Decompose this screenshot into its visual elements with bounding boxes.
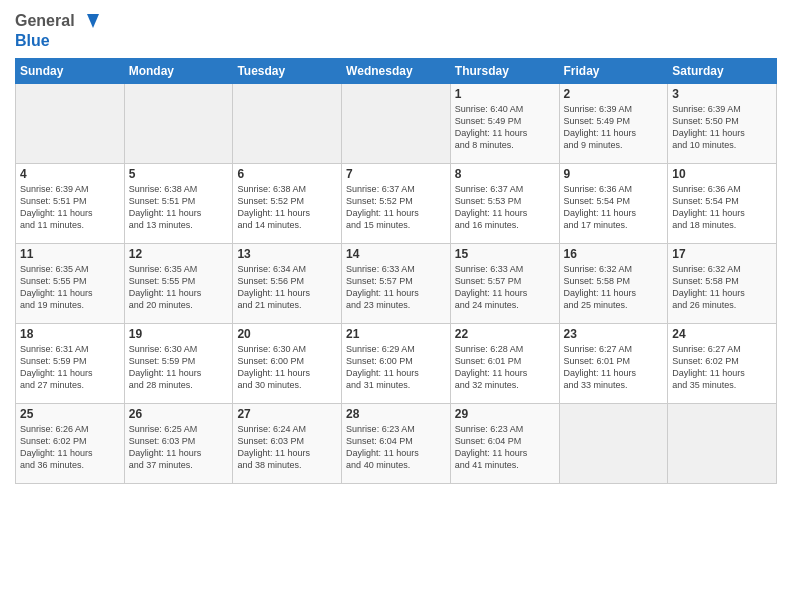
day-number: 3: [672, 87, 772, 101]
day-info: Sunrise: 6:31 AM Sunset: 5:59 PM Dayligh…: [20, 343, 120, 392]
col-header-thursday: Thursday: [450, 58, 559, 83]
day-cell: 10Sunrise: 6:36 AM Sunset: 5:54 PM Dayli…: [668, 163, 777, 243]
logo: General Blue: [15, 10, 99, 50]
header: General Blue: [15, 10, 777, 50]
day-cell: 4Sunrise: 6:39 AM Sunset: 5:51 PM Daylig…: [16, 163, 125, 243]
day-info: Sunrise: 6:27 AM Sunset: 6:01 PM Dayligh…: [564, 343, 664, 392]
day-number: 16: [564, 247, 664, 261]
header-row: SundayMondayTuesdayWednesdayThursdayFrid…: [16, 58, 777, 83]
day-info: Sunrise: 6:39 AM Sunset: 5:51 PM Dayligh…: [20, 183, 120, 232]
day-info: Sunrise: 6:29 AM Sunset: 6:00 PM Dayligh…: [346, 343, 446, 392]
day-info: Sunrise: 6:37 AM Sunset: 5:53 PM Dayligh…: [455, 183, 555, 232]
calendar-table: SundayMondayTuesdayWednesdayThursdayFrid…: [15, 58, 777, 484]
day-info: Sunrise: 6:30 AM Sunset: 5:59 PM Dayligh…: [129, 343, 229, 392]
day-cell: 14Sunrise: 6:33 AM Sunset: 5:57 PM Dayli…: [342, 243, 451, 323]
day-cell: 13Sunrise: 6:34 AM Sunset: 5:56 PM Dayli…: [233, 243, 342, 323]
main-container: General Blue SundayMondayTuesdayWednesda…: [0, 0, 792, 489]
day-number: 17: [672, 247, 772, 261]
day-number: 29: [455, 407, 555, 421]
day-info: Sunrise: 6:34 AM Sunset: 5:56 PM Dayligh…: [237, 263, 337, 312]
day-cell: 20Sunrise: 6:30 AM Sunset: 6:00 PM Dayli…: [233, 323, 342, 403]
day-cell: 9Sunrise: 6:36 AM Sunset: 5:54 PM Daylig…: [559, 163, 668, 243]
week-row-4: 18Sunrise: 6:31 AM Sunset: 5:59 PM Dayli…: [16, 323, 777, 403]
logo-arrow-icon: [77, 10, 99, 32]
day-info: Sunrise: 6:35 AM Sunset: 5:55 PM Dayligh…: [20, 263, 120, 312]
day-info: Sunrise: 6:23 AM Sunset: 6:04 PM Dayligh…: [346, 423, 446, 472]
day-number: 21: [346, 327, 446, 341]
day-number: 6: [237, 167, 337, 181]
day-cell: 11Sunrise: 6:35 AM Sunset: 5:55 PM Dayli…: [16, 243, 125, 323]
day-number: 7: [346, 167, 446, 181]
day-info: Sunrise: 6:38 AM Sunset: 5:51 PM Dayligh…: [129, 183, 229, 232]
svg-marker-0: [87, 14, 99, 28]
day-cell: 12Sunrise: 6:35 AM Sunset: 5:55 PM Dayli…: [124, 243, 233, 323]
day-info: Sunrise: 6:32 AM Sunset: 5:58 PM Dayligh…: [564, 263, 664, 312]
day-number: 9: [564, 167, 664, 181]
day-cell: 3Sunrise: 6:39 AM Sunset: 5:50 PM Daylig…: [668, 83, 777, 163]
day-info: Sunrise: 6:33 AM Sunset: 5:57 PM Dayligh…: [455, 263, 555, 312]
day-number: 26: [129, 407, 229, 421]
day-cell: 1Sunrise: 6:40 AM Sunset: 5:49 PM Daylig…: [450, 83, 559, 163]
day-number: 27: [237, 407, 337, 421]
day-cell: 19Sunrise: 6:30 AM Sunset: 5:59 PM Dayli…: [124, 323, 233, 403]
day-info: Sunrise: 6:30 AM Sunset: 6:00 PM Dayligh…: [237, 343, 337, 392]
day-cell: [668, 403, 777, 483]
day-number: 25: [20, 407, 120, 421]
day-info: Sunrise: 6:28 AM Sunset: 6:01 PM Dayligh…: [455, 343, 555, 392]
day-cell: 29Sunrise: 6:23 AM Sunset: 6:04 PM Dayli…: [450, 403, 559, 483]
day-cell: [124, 83, 233, 163]
col-header-wednesday: Wednesday: [342, 58, 451, 83]
day-number: 13: [237, 247, 337, 261]
day-cell: 22Sunrise: 6:28 AM Sunset: 6:01 PM Dayli…: [450, 323, 559, 403]
day-number: 14: [346, 247, 446, 261]
day-cell: [342, 83, 451, 163]
day-number: 11: [20, 247, 120, 261]
week-row-1: 1Sunrise: 6:40 AM Sunset: 5:49 PM Daylig…: [16, 83, 777, 163]
day-cell: 16Sunrise: 6:32 AM Sunset: 5:58 PM Dayli…: [559, 243, 668, 323]
day-cell: 7Sunrise: 6:37 AM Sunset: 5:52 PM Daylig…: [342, 163, 451, 243]
day-cell: 21Sunrise: 6:29 AM Sunset: 6:00 PM Dayli…: [342, 323, 451, 403]
col-header-monday: Monday: [124, 58, 233, 83]
day-cell: 27Sunrise: 6:24 AM Sunset: 6:03 PM Dayli…: [233, 403, 342, 483]
day-info: Sunrise: 6:26 AM Sunset: 6:02 PM Dayligh…: [20, 423, 120, 472]
day-info: Sunrise: 6:25 AM Sunset: 6:03 PM Dayligh…: [129, 423, 229, 472]
day-cell: 5Sunrise: 6:38 AM Sunset: 5:51 PM Daylig…: [124, 163, 233, 243]
day-cell: 2Sunrise: 6:39 AM Sunset: 5:49 PM Daylig…: [559, 83, 668, 163]
day-number: 28: [346, 407, 446, 421]
week-row-3: 11Sunrise: 6:35 AM Sunset: 5:55 PM Dayli…: [16, 243, 777, 323]
day-info: Sunrise: 6:37 AM Sunset: 5:52 PM Dayligh…: [346, 183, 446, 232]
day-info: Sunrise: 6:36 AM Sunset: 5:54 PM Dayligh…: [564, 183, 664, 232]
day-cell: 23Sunrise: 6:27 AM Sunset: 6:01 PM Dayli…: [559, 323, 668, 403]
day-number: 23: [564, 327, 664, 341]
day-info: Sunrise: 6:27 AM Sunset: 6:02 PM Dayligh…: [672, 343, 772, 392]
day-cell: 6Sunrise: 6:38 AM Sunset: 5:52 PM Daylig…: [233, 163, 342, 243]
day-cell: 15Sunrise: 6:33 AM Sunset: 5:57 PM Dayli…: [450, 243, 559, 323]
day-info: Sunrise: 6:32 AM Sunset: 5:58 PM Dayligh…: [672, 263, 772, 312]
col-header-sunday: Sunday: [16, 58, 125, 83]
week-row-2: 4Sunrise: 6:39 AM Sunset: 5:51 PM Daylig…: [16, 163, 777, 243]
day-number: 24: [672, 327, 772, 341]
day-cell: 24Sunrise: 6:27 AM Sunset: 6:02 PM Dayli…: [668, 323, 777, 403]
day-cell: 25Sunrise: 6:26 AM Sunset: 6:02 PM Dayli…: [16, 403, 125, 483]
day-info: Sunrise: 6:39 AM Sunset: 5:50 PM Dayligh…: [672, 103, 772, 152]
day-info: Sunrise: 6:33 AM Sunset: 5:57 PM Dayligh…: [346, 263, 446, 312]
col-header-saturday: Saturday: [668, 58, 777, 83]
logo-blue: Blue: [15, 32, 99, 50]
day-info: Sunrise: 6:40 AM Sunset: 5:49 PM Dayligh…: [455, 103, 555, 152]
day-cell: 18Sunrise: 6:31 AM Sunset: 5:59 PM Dayli…: [16, 323, 125, 403]
day-number: 20: [237, 327, 337, 341]
day-number: 15: [455, 247, 555, 261]
day-info: Sunrise: 6:23 AM Sunset: 6:04 PM Dayligh…: [455, 423, 555, 472]
logo-general: General: [15, 12, 75, 30]
day-cell: 17Sunrise: 6:32 AM Sunset: 5:58 PM Dayli…: [668, 243, 777, 323]
week-row-5: 25Sunrise: 6:26 AM Sunset: 6:02 PM Dayli…: [16, 403, 777, 483]
day-info: Sunrise: 6:35 AM Sunset: 5:55 PM Dayligh…: [129, 263, 229, 312]
day-cell: [233, 83, 342, 163]
day-number: 12: [129, 247, 229, 261]
day-number: 2: [564, 87, 664, 101]
day-cell: [559, 403, 668, 483]
day-number: 5: [129, 167, 229, 181]
day-number: 22: [455, 327, 555, 341]
day-info: Sunrise: 6:36 AM Sunset: 5:54 PM Dayligh…: [672, 183, 772, 232]
day-cell: [16, 83, 125, 163]
